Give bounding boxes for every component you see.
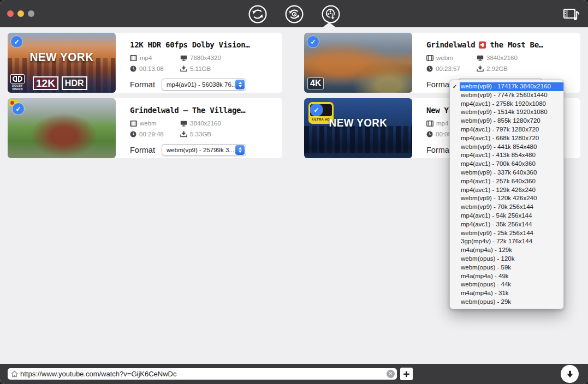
video-card-1: ✓ NEW YORK 12K HDR DOLBY VISION 12K HDR … xyxy=(8,33,282,93)
film-music-icon xyxy=(563,7,580,21)
dolby-dd-icon xyxy=(10,74,25,83)
minimize-window-button[interactable] xyxy=(17,10,24,17)
format-option[interactable]: m4a(mp4a) - 49k xyxy=(450,272,563,281)
format-option[interactable]: webm(vp9) - 7747k 2560x1440 xyxy=(450,91,563,100)
meta-size: 5.33GB xyxy=(180,131,277,137)
format-option[interactable]: webm(vp9) - 17417k 3840x2160 xyxy=(450,82,563,91)
format-dropdown-popup: webm(vp9) - 17417k 3840x2160 webm(vp9) -… xyxy=(449,80,564,309)
selected-checkbox[interactable]: ✓ xyxy=(307,36,319,47)
format-option[interactable]: mp4(avc1) - 129k 426x240 xyxy=(450,186,563,195)
checkmark-icon: ✓ xyxy=(15,106,21,112)
checkmark-icon: ✓ xyxy=(310,39,316,45)
format-option[interactable]: m4a(mp4a) - 31k xyxy=(450,289,563,298)
format-label: Format xyxy=(130,146,155,154)
format-option[interactable]: mp4(avc1) - 257k 640x360 xyxy=(450,177,563,186)
video-thumbnail[interactable]: ULTRA HD ✓ NEW YORK xyxy=(304,98,412,158)
checkmark-icon: ✓ xyxy=(313,107,319,113)
format-dropdown-list: webm(vp9) - 17417k 3840x2160 webm(vp9) -… xyxy=(450,82,563,307)
download-size-icon xyxy=(180,65,187,72)
monitor-icon xyxy=(477,55,484,61)
monitor-icon xyxy=(180,55,187,61)
download-size-icon xyxy=(180,131,187,137)
clear-url-button[interactable]: ✕ xyxy=(387,370,395,378)
thumbnail-headline: NEW YORK xyxy=(307,117,409,129)
meta-size: 2.92GB xyxy=(477,65,575,72)
meta-size: 5.11GB xyxy=(180,65,277,72)
format-option[interactable]: 3gp(mp4v) - 72k 176x144 xyxy=(450,237,563,246)
select-stepper-icon xyxy=(235,80,245,89)
convert-gear-button[interactable] xyxy=(284,4,304,24)
add-url-button[interactable]: + xyxy=(400,368,413,380)
format-option[interactable]: mp4(avc1) - 797k 1280x720 xyxy=(450,125,563,134)
film-icon xyxy=(426,55,433,61)
video-thumbnail[interactable]: ✓ xyxy=(8,98,116,158)
format-option[interactable]: mp4(avc1) - 668k 1280x720 xyxy=(450,134,563,143)
meta-resolution: 7680x4320 xyxy=(180,55,277,61)
video-download-tab-button[interactable] xyxy=(321,4,341,24)
badge-4k: 4K xyxy=(307,77,324,89)
video-download-icon xyxy=(321,4,341,24)
meta-duration: 00:29:48 xyxy=(130,131,180,137)
format-option[interactable]: webm(vp9) - 120k 426x240 xyxy=(450,194,563,203)
badge-hdr: HDR xyxy=(62,76,87,90)
toolbar xyxy=(248,4,341,24)
convert-refresh-icon xyxy=(248,4,268,24)
format-option[interactable]: webm(vp9) - 855k 1280x720 xyxy=(450,117,563,125)
meta-duration: 00:23:57 xyxy=(426,65,477,72)
fullscreen-window-button[interactable] xyxy=(28,10,34,17)
meta-container: mp4 xyxy=(130,55,180,61)
meta-resolution: 3840x2160 xyxy=(477,55,575,61)
format-option[interactable]: webm(vp9) - 1514k 1920x1080 xyxy=(450,108,563,117)
selected-checkbox[interactable]: ✓ xyxy=(13,103,24,115)
video-title: Grindelwald – The Village… xyxy=(130,106,277,115)
format-option[interactable]: webm(opus) - 59k xyxy=(450,263,563,272)
meta-container: webm xyxy=(426,55,477,61)
format-option[interactable]: webm(vp9) - 441k 854x480 xyxy=(450,143,563,152)
swiss-flag-icon xyxy=(479,41,486,49)
dolby-vision-logo: DOLBY VISION xyxy=(10,74,25,91)
format-option[interactable]: webm(vp9) - 337k 640x360 xyxy=(450,169,563,177)
format-option[interactable]: webm(opus) - 44k xyxy=(450,280,563,289)
active-tab-indicator xyxy=(323,22,336,27)
close-window-button[interactable] xyxy=(7,10,14,17)
clock-icon xyxy=(426,65,433,72)
format-option[interactable]: m4a(mp4a) - 129k xyxy=(450,246,563,255)
badge-12k: 12K xyxy=(33,76,58,90)
video-thumbnail[interactable]: ✓ NEW YORK 12K HDR DOLBY VISION xyxy=(8,33,116,93)
selected-checkbox[interactable]: ✓ xyxy=(11,36,22,47)
meta-duration: 00:13:08 xyxy=(130,65,180,72)
format-label: Format xyxy=(130,80,155,89)
format-option[interactable]: webm(vp9) - 70k 256x144 xyxy=(450,203,563,212)
video-card-3: ✓ Grindelwald – The Village… webm 3840x2… xyxy=(8,98,282,158)
media-library-button[interactable] xyxy=(563,7,580,23)
checkmark-icon: ✓ xyxy=(14,39,19,45)
format-option[interactable]: webm(vp9) - 25k 256x144 xyxy=(450,229,563,238)
video-thumbnail[interactable]: ✓ 4K xyxy=(304,33,412,93)
format-option[interactable]: webm(opus) - 120k xyxy=(450,255,563,263)
clock-icon xyxy=(130,131,136,137)
format-option[interactable]: webm(opus) - 29k xyxy=(450,298,563,307)
thumbnail-badges: 12K HDR xyxy=(33,76,87,90)
format-option[interactable]: mp4(avc1) - 35k 256x144 xyxy=(450,220,563,229)
format-label: Format xyxy=(426,80,452,89)
format-select[interactable]: mp4(av01) - 56038k 76... xyxy=(162,79,246,91)
video-title: 12K HDR 60fps Dolby Vision… xyxy=(130,40,277,49)
selected-checkbox[interactable]: ✓ xyxy=(310,104,323,116)
clock-icon xyxy=(426,131,433,137)
format-select[interactable]: webm(vp9) - 25799k 3... xyxy=(162,144,246,156)
film-icon xyxy=(426,121,433,127)
url-field-wrap: ✕ xyxy=(8,368,397,380)
convert-refresh-button[interactable] xyxy=(248,4,268,24)
url-input[interactable] xyxy=(18,370,387,378)
format-option[interactable]: mp4(avc1) - 2758k 1920x1080 xyxy=(450,100,563,109)
video-info: Grindelwald – The Village… webm 3840x216… xyxy=(116,98,282,158)
select-stepper-icon xyxy=(235,145,245,155)
meta-resolution: 3840x2160 xyxy=(180,120,277,127)
bottombar: ✕ + xyxy=(0,364,588,384)
format-label: Format xyxy=(426,146,452,154)
home-icon xyxy=(11,370,18,377)
format-option[interactable]: mp4(avc1) - 700k 640x360 xyxy=(450,160,563,169)
download-button[interactable] xyxy=(561,365,579,383)
format-option[interactable]: mp4(avc1) - 413k 854x480 xyxy=(450,151,563,160)
format-option[interactable]: mp4(avc1) - 54k 256x144 xyxy=(450,212,563,220)
